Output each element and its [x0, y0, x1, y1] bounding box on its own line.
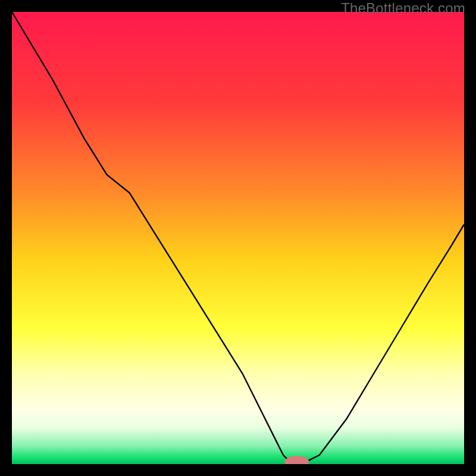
watermark-text: TheBottleneck.com	[341, 0, 465, 17]
bottleneck-chart	[12, 12, 464, 464]
chart-frame: TheBottleneck.com	[0, 0, 476, 476]
gradient-background	[12, 12, 464, 464]
plot-area	[12, 12, 464, 464]
